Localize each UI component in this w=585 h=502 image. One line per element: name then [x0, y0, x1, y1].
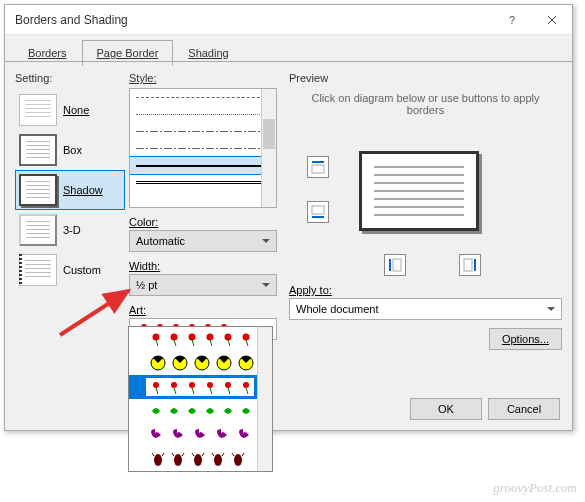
svg-point-41 [189, 382, 195, 388]
setting-custom[interactable]: Custom [15, 250, 125, 290]
svg-rect-13 [312, 165, 324, 173]
preview-column: Preview Click on diagram below or use bu… [289, 72, 562, 384]
border-top-button[interactable] [307, 156, 329, 178]
width-label: Width: [129, 260, 277, 272]
borders-shading-dialog: Borders and Shading ? Borders Page Borde… [4, 4, 573, 431]
svg-point-53 [194, 454, 202, 466]
svg-point-51 [154, 454, 162, 466]
border-left-button[interactable] [384, 254, 406, 276]
box-icon [19, 134, 57, 166]
options-button[interactable]: Options... [489, 328, 562, 350]
style-label: Style: [129, 72, 277, 84]
color-label: Color: [129, 216, 277, 228]
art-option-flowers-blue-band[interactable] [129, 375, 272, 399]
apply-combo[interactable]: Whole document [289, 298, 562, 320]
none-icon [19, 94, 57, 126]
preview-hint: Click on diagram below or use buttons to… [299, 92, 552, 116]
width-combo[interactable]: ½ pt [129, 274, 277, 296]
art-option-butterflies[interactable] [129, 423, 272, 447]
svg-rect-14 [312, 216, 324, 218]
svg-point-24 [224, 334, 231, 341]
svg-line-30 [228, 340, 230, 346]
border-bottom-button[interactable] [307, 201, 329, 223]
art-dropdown-list [128, 326, 273, 472]
svg-line-28 [192, 340, 194, 346]
setting-none[interactable]: None [15, 90, 125, 130]
art-dropdown-scrollbar[interactable] [257, 327, 272, 471]
svg-rect-19 [464, 259, 472, 271]
custom-icon [19, 254, 57, 286]
svg-line-65 [242, 453, 244, 456]
svg-line-57 [162, 453, 164, 456]
titlebar: Borders and Shading ? [5, 5, 572, 35]
shadow-icon [19, 174, 57, 206]
3d-icon [19, 214, 57, 246]
svg-line-59 [182, 453, 184, 456]
art-option-green-shapes[interactable] [129, 399, 272, 423]
dialog-title: Borders and Shading [15, 13, 492, 27]
preview-label: Preview [289, 72, 562, 84]
art-label: Art: [129, 304, 277, 316]
svg-line-31 [246, 340, 248, 346]
svg-line-62 [212, 453, 214, 456]
svg-point-23 [206, 334, 213, 341]
svg-line-61 [202, 453, 204, 456]
svg-point-55 [234, 454, 242, 466]
cancel-button[interactable]: Cancel [488, 398, 560, 420]
svg-point-22 [188, 334, 195, 341]
svg-point-43 [225, 382, 231, 388]
svg-rect-18 [474, 259, 476, 271]
setting-shadow[interactable]: Shadow [15, 170, 125, 210]
svg-line-27 [174, 340, 176, 346]
svg-rect-17 [393, 259, 401, 271]
setting-column: Setting: None Box Shadow 3-D Custom [15, 72, 125, 384]
svg-point-44 [243, 382, 249, 388]
close-icon [547, 15, 557, 25]
style-listbox[interactable] [129, 88, 277, 208]
setting-3d[interactable]: 3-D [15, 210, 125, 250]
art-option-flowers-red[interactable] [129, 327, 272, 351]
style-scrollbar[interactable] [261, 89, 276, 207]
svg-line-58 [172, 453, 174, 456]
svg-line-64 [232, 453, 234, 456]
svg-line-56 [152, 453, 154, 456]
svg-line-60 [192, 453, 194, 456]
art-option-beetles[interactable] [129, 447, 272, 471]
svg-line-63 [222, 453, 224, 456]
svg-rect-16 [389, 259, 391, 271]
setting-label: Setting: [15, 72, 125, 84]
svg-point-39 [153, 382, 159, 388]
svg-rect-15 [312, 206, 324, 214]
svg-point-40 [171, 382, 177, 388]
tab-panel: Setting: None Box Shadow 3-D Custom Styl… [5, 61, 572, 430]
preview-document[interactable] [359, 151, 479, 231]
dialog-footer: OK Cancel [410, 398, 560, 420]
svg-rect-12 [312, 161, 324, 163]
preview-area [289, 126, 562, 276]
svg-point-54 [214, 454, 222, 466]
close-button[interactable] [532, 5, 572, 35]
apply-label: Apply to: [289, 284, 562, 296]
svg-point-21 [170, 334, 177, 341]
ok-button[interactable]: OK [410, 398, 482, 420]
svg-rect-38 [146, 378, 254, 396]
svg-point-42 [207, 382, 213, 388]
help-button[interactable]: ? [492, 5, 532, 35]
svg-point-20 [152, 334, 159, 341]
svg-line-26 [156, 340, 158, 346]
svg-line-29 [210, 340, 212, 346]
border-right-button[interactable] [459, 254, 481, 276]
svg-point-25 [242, 334, 249, 341]
color-combo[interactable]: Automatic [129, 230, 277, 252]
svg-point-52 [174, 454, 182, 466]
watermark: groovyPost.com [493, 480, 577, 496]
setting-box[interactable]: Box [15, 130, 125, 170]
art-option-radiation[interactable] [129, 351, 272, 375]
